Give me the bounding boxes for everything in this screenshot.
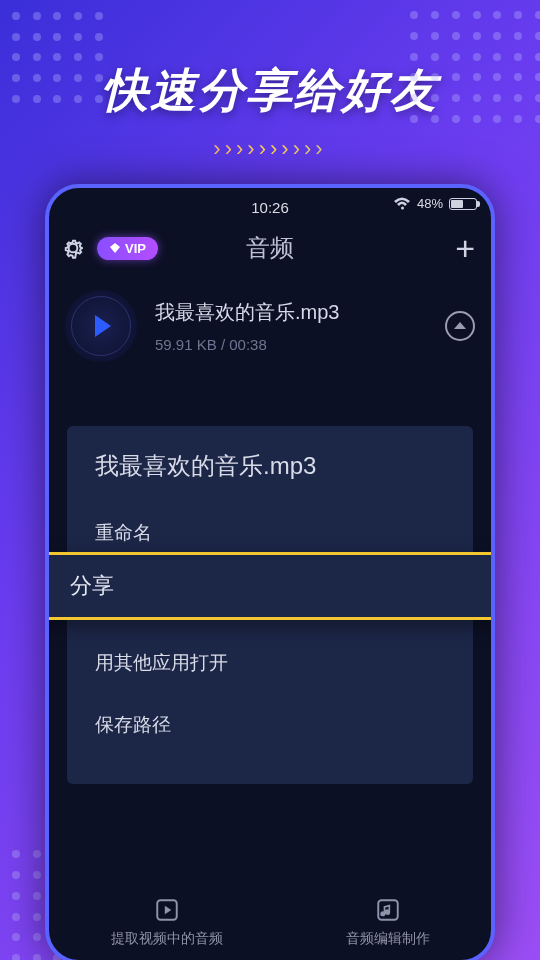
extract-audio-tab[interactable]: 提取视频中的音频 xyxy=(111,896,223,948)
disc-icon[interactable] xyxy=(65,290,137,362)
battery-icon xyxy=(449,198,477,210)
share-item[interactable]: 分享 xyxy=(45,552,495,620)
audio-edit-label: 音频编辑制作 xyxy=(346,930,430,948)
audio-item[interactable]: 我最喜欢的音乐.mp3 59.91 KB / 00:38 xyxy=(59,276,481,376)
extract-icon xyxy=(153,896,181,924)
vip-badge[interactable]: VIP xyxy=(97,237,158,260)
track-meta: 59.91 KB / 00:38 xyxy=(155,336,427,353)
action-sheet-title: 我最喜欢的音乐.mp3 xyxy=(67,450,473,502)
track-name: 我最喜欢的音乐.mp3 xyxy=(155,299,427,326)
status-time: 10:26 xyxy=(251,199,289,216)
gear-icon xyxy=(60,235,86,261)
chevron-up-icon xyxy=(454,322,466,329)
phone-frame: 10:26 48% VIP 音频 + 我最喜欢的音乐.mp3 59.91 KB … xyxy=(45,184,495,960)
top-nav: VIP 音频 + xyxy=(59,220,481,276)
vip-label: VIP xyxy=(125,241,146,256)
audio-edit-tab[interactable]: 音频编辑制作 xyxy=(346,896,430,948)
extract-label: 提取视频中的音频 xyxy=(111,930,223,948)
settings-button[interactable] xyxy=(59,234,87,262)
status-bar: 10:26 48% xyxy=(59,194,481,220)
action-sheet: 我最喜欢的音乐.mp3 重命名 分享 用其他应用打开 保存路径 xyxy=(67,426,473,784)
bottom-tabs: 提取视频中的音频 音频编辑制作 xyxy=(49,896,491,948)
diamond-icon xyxy=(109,242,121,254)
music-note-icon xyxy=(374,896,402,924)
wifi-icon xyxy=(393,197,411,211)
save-path-item[interactable]: 保存路径 xyxy=(67,694,473,756)
play-icon xyxy=(95,315,111,337)
add-button[interactable]: + xyxy=(455,229,475,268)
battery-percent: 48% xyxy=(417,196,443,211)
promo-arrows: ›››››››››› xyxy=(0,136,540,162)
page-title: 音频 xyxy=(246,232,294,264)
open-with-item[interactable]: 用其他应用打开 xyxy=(67,632,473,694)
collapse-button[interactable] xyxy=(445,311,475,341)
